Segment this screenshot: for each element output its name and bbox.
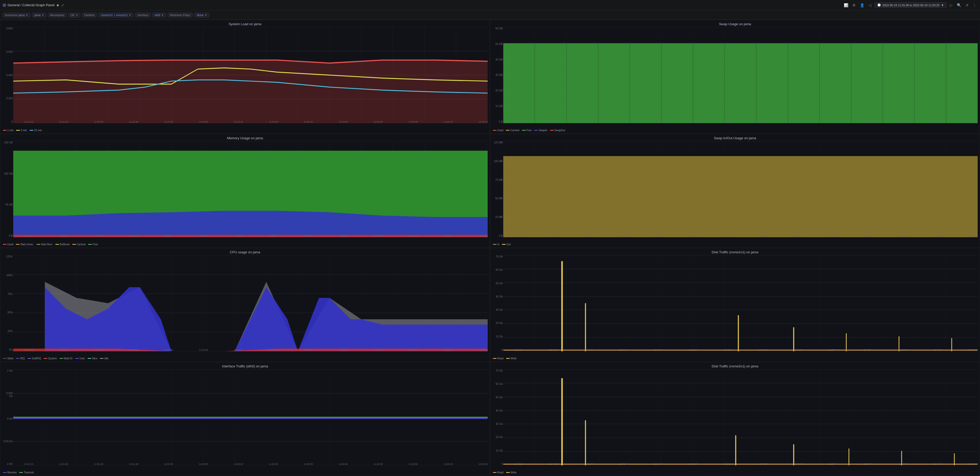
legend-used-label: Used xyxy=(497,129,503,132)
legend-in: In xyxy=(493,243,500,246)
legend-mem-used-dot xyxy=(3,244,6,245)
legend-nvme1n1-write: Write xyxy=(506,357,517,360)
breadcrumb-general: General xyxy=(8,3,19,7)
panel-interface-title: Interface Traffic (eth0) on jama xyxy=(0,363,490,369)
zoom-icon[interactable]: 🔍 xyxy=(956,2,963,8)
legend-receive-dot xyxy=(3,472,6,473)
dashboard-icon[interactable]: 📊 xyxy=(843,2,849,8)
legend-user-label: User xyxy=(80,357,85,360)
svg-rect-129 xyxy=(561,261,563,351)
legend-disk-nvme1n1: Read Write xyxy=(490,357,980,361)
legend-system-dot xyxy=(44,358,47,359)
filter-none-val: None xyxy=(197,14,204,17)
xaxis-swap-inout: 11:01:10 11:01:20 11:01:30 11:01:40 11:0… xyxy=(514,235,978,237)
legend-15min-label: 15 min xyxy=(34,129,42,132)
xaxis-swap-usage: 11:01:10 11:01:20 11:01:30 11:01:40 11:0… xyxy=(514,121,978,123)
filter-none[interactable]: None ▼ xyxy=(194,13,209,17)
filter-retention[interactable]: Retention Policy xyxy=(168,13,193,17)
panel-cpu-chart: 125% 100% 75% 50% 25% 0% xyxy=(2,255,488,357)
legend-mem-free-label: Free xyxy=(92,243,98,246)
yaxis-system-load: 0.800 0.600 0.400 0.200 0 xyxy=(2,27,13,123)
filter-eth0-val: eth0 xyxy=(155,14,160,17)
chart-inner-swap-usage: 11:01:10 11:01:20 11:01:30 11:01:40 11:0… xyxy=(503,27,978,123)
legend-waitio: Wait-IO xyxy=(59,357,73,360)
filter-oe-key: OE xyxy=(70,14,75,17)
legend-irq: IRQ xyxy=(16,357,25,360)
legend-mem-cached-dot xyxy=(72,244,76,245)
legend-slab-unrec: Slab Unrec. xyxy=(16,243,34,246)
legend-used: Used xyxy=(493,129,503,132)
panel-swap-usage-title: Swap Usage on jama xyxy=(490,21,980,27)
filter-oe[interactable]: OE ▼ xyxy=(68,13,80,17)
legend-nvme2n1-read-dot xyxy=(493,472,496,473)
legend-cached-dot xyxy=(506,130,509,131)
legend-transmit: Transmit xyxy=(19,471,34,474)
legend-15min-dot xyxy=(30,130,33,131)
legend-system-load: 1 min 5 min 15 min xyxy=(0,129,490,133)
filter-nvme-arrow: ▼ xyxy=(129,14,131,16)
filter-interface[interactable]: Interface xyxy=(135,13,151,17)
panel-disk-nvme2n1-title: Disk Traffic (nvme2n1) on jama xyxy=(490,363,980,369)
filter-hostname-arrow: ▼ xyxy=(26,14,28,16)
legend-waitio-dot xyxy=(59,358,63,359)
filter-jama[interactable]: jama ▼ xyxy=(32,13,46,17)
prev-icon[interactable]: ◁ xyxy=(867,2,872,8)
settings-icon[interactable]: ⚙ xyxy=(851,2,857,8)
app-icon: ⊞ xyxy=(3,3,6,8)
more-icon[interactable]: ⋮ xyxy=(972,2,977,8)
legend-idle-label: Idle xyxy=(104,357,108,360)
legend-swapout: SwapOut xyxy=(550,129,565,132)
filter-nvme[interactable]: nvme1n1 + nvme2n1 ▼ xyxy=(99,13,134,17)
filter-mountpoint-key: Mountpoint xyxy=(50,14,64,17)
legend-nice-dot xyxy=(88,358,91,359)
panel-disk-nvme2n1: Disk Traffic (nvme2n1) on jama 70 Gb 60 … xyxy=(490,362,980,476)
filter-partition[interactable]: Partition xyxy=(82,13,97,17)
legend-waitio-label: Wait-IO xyxy=(64,357,73,360)
panel-memory-chart: 150 GB 100 GB 50 GB 0 B xyxy=(2,141,488,243)
legend-mem-used-label: Used xyxy=(7,243,13,246)
time-range-label: 2022-05-19 11:01:00 to 2022-05-19 11:03:… xyxy=(883,4,940,7)
legend-nvme2n1-write: Write xyxy=(506,471,517,474)
filter-interface-key: Interface xyxy=(137,14,148,17)
refresh-icon[interactable]: ↺ xyxy=(964,2,970,8)
star-icon[interactable]: ★ xyxy=(56,3,59,7)
yaxis-cpu: 125% 100% 75% 50% 25% 0% xyxy=(2,255,13,351)
legend-mem-cached: Cached xyxy=(72,243,86,246)
legend-receive-label: Receive xyxy=(7,471,17,474)
filter-hostname[interactable]: hostname jama ▼ xyxy=(3,13,30,17)
chart-inner-interface: 11:01:10 11:01:20 11:01:30 11:01:40 11:0… xyxy=(13,369,488,465)
panel-swap-inout-chart: 125 MB 100 MB 75 MB 50 MB 25 MB 0 B xyxy=(492,141,978,243)
legend-slab-recl-label: Slab Recl. xyxy=(41,243,53,246)
share-icon[interactable]: ⤢ xyxy=(61,3,64,7)
filter-mountpoint[interactable]: Mountpoint xyxy=(48,13,67,17)
legend-cpu: Steal IRQ SoftIRQ System Wait-IO User xyxy=(0,357,490,361)
legend-softirq: SoftIRQ xyxy=(27,357,41,360)
next-icon[interactable]: ▷ xyxy=(949,2,954,8)
legend-steal-dot xyxy=(3,358,6,359)
filter-hostname-val: jama xyxy=(19,14,25,17)
legend-out: Out xyxy=(502,243,511,246)
svg-rect-177 xyxy=(561,378,563,465)
legend-steal: Steal xyxy=(3,357,13,360)
chart-inner-disk-nvme2n1: 11:01:10 11:01:20 11:01:30 11:01:40 11:0… xyxy=(503,369,978,465)
filter-hostname-key: hostname xyxy=(5,14,18,17)
filter-eth0[interactable]: eth0 ▼ xyxy=(152,13,166,17)
svg-rect-131 xyxy=(738,315,739,351)
time-range-chevron: ▼ xyxy=(941,4,944,7)
legend-in-dot xyxy=(493,244,496,245)
xaxis-interface: 11:01:10 11:01:20 11:01:30 11:01:40 11:0… xyxy=(24,463,488,465)
breadcrumb: General / Collectd Graph Panel xyxy=(8,3,54,7)
yaxis-disk-nvme2n1: 70 Gb 60 Gb 50 Gb 40 Gb 30 Gb 20 Gb 10 G… xyxy=(492,369,503,465)
legend-nvme1n1-read-label: Read xyxy=(497,357,504,360)
legend-idle-dot xyxy=(100,358,103,359)
filter-none-arrow: ▼ xyxy=(205,14,207,16)
panel-disk-nvme1n1-title: Disk Traffic (nvme1n1) on jama xyxy=(490,249,980,255)
user-icon[interactable]: 👤 xyxy=(859,2,865,8)
legend-softirq-label: SoftIRQ xyxy=(32,357,41,360)
svg-marker-27 xyxy=(503,43,978,123)
legend-15min: 15 min xyxy=(30,129,42,132)
legend-system: System xyxy=(44,357,57,360)
legend-buffered: Buffered xyxy=(56,243,70,246)
legend-mem-free-dot xyxy=(88,244,92,245)
time-range[interactable]: 🕐 2022-05-19 11:01:00 to 2022-05-19 11:0… xyxy=(875,2,947,8)
